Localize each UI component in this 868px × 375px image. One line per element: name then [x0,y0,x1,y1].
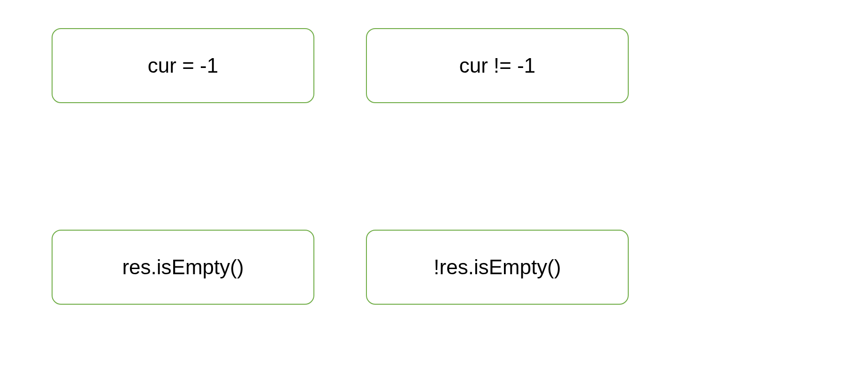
diagram-node-bottom-right: !res.isEmpty() [366,230,629,305]
diagram-node-bottom-left: res.isEmpty() [52,230,314,305]
node-label: cur != -1 [459,54,536,77]
node-label: cur = -1 [148,54,218,77]
node-label: !res.isEmpty() [434,255,561,279]
diagram-node-top-left: cur = -1 [52,28,314,103]
node-label: res.isEmpty() [122,255,244,279]
diagram-node-top-right: cur != -1 [366,28,629,103]
